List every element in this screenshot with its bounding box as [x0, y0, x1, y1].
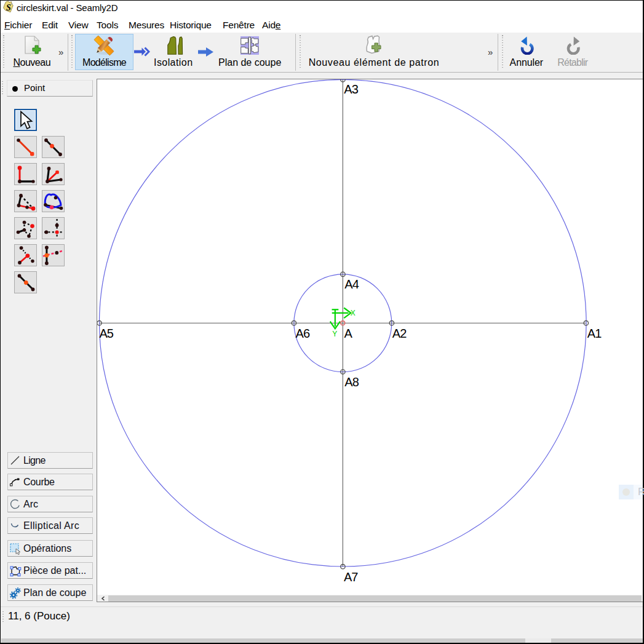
svg-text:A6: A6	[296, 327, 310, 340]
svg-text:Y: Y	[332, 330, 337, 338]
svg-text:A: A	[344, 327, 353, 340]
svg-text:A5: A5	[100, 327, 114, 340]
svg-text:A7: A7	[344, 570, 358, 584]
svg-text:A2: A2	[392, 327, 407, 340]
svg-text:A1: A1	[587, 327, 602, 340]
svg-text:X: X	[351, 309, 356, 317]
svg-text:A3: A3	[344, 82, 358, 96]
svg-text:S: S	[6, 3, 11, 12]
svg-text:A8: A8	[344, 375, 359, 389]
svg-text:A4: A4	[344, 277, 359, 291]
